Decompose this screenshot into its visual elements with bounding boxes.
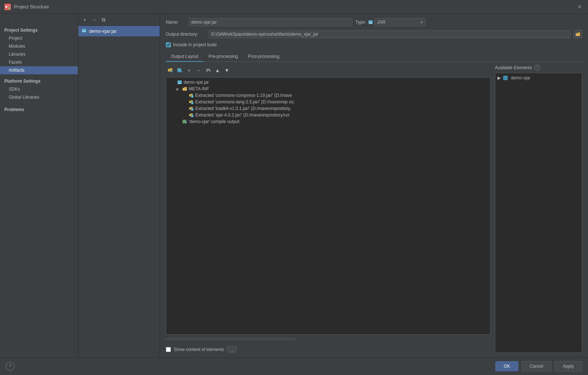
sidebar-item-artifacts[interactable]: Artifacts <box>0 66 78 74</box>
folder-icon-meta <box>182 87 187 91</box>
show-content-label: Show content of elements <box>174 347 224 352</box>
svg-text:JAR: JAR <box>369 22 373 24</box>
tree-up-btn[interactable]: ▲ <box>213 66 222 75</box>
svg-rect-7 <box>368 20 373 22</box>
ellipsis-button[interactable]: ... <box>227 346 237 353</box>
type-wrapper: Type: JAR JAR WAR EAR Other <box>355 18 425 26</box>
nav-back-button[interactable]: ‹ <box>3 17 8 25</box>
tree-sort-btn[interactable] <box>204 66 212 75</box>
apply-button[interactable]: Apply <box>555 361 582 371</box>
available-item-demo-xjar[interactable]: ▶ demo-xjar <box>495 75 582 81</box>
output-dir-label: Output directory: <box>166 32 206 37</box>
help-button[interactable]: ? <box>6 362 15 371</box>
extracted-icon-4: J <box>189 112 194 118</box>
output-layout-area: + − ▲ ▼ <box>166 65 582 353</box>
svg-rect-33 <box>185 121 187 123</box>
module-icon <box>503 75 508 80</box>
tree-item-compile-output[interactable]: 'demo-xjar' compile output <box>166 118 490 125</box>
tree-item-jar-root-label: demo-xjar.jar <box>184 80 209 85</box>
tree-item-meta-inf[interactable]: ▶ META-INF <box>166 86 490 92</box>
app-icon <box>4 4 11 10</box>
sidebar-item-project[interactable]: Project <box>0 34 78 42</box>
extracted-icon-3: J <box>189 106 194 111</box>
svg-text:J: J <box>192 102 192 104</box>
footer-right: OK Cancel Apply <box>495 361 582 371</box>
artifact-item-label: demo-xjar:jar <box>89 28 117 34</box>
tree-down-btn[interactable]: ▼ <box>223 66 231 75</box>
tab-output-layout[interactable]: Output Layout <box>166 52 203 62</box>
sidebar-item-sdks[interactable]: SDKs <box>0 85 78 93</box>
artifact-item-demo-xjar-jar[interactable]: JAR demo-xjar:jar <box>78 26 160 36</box>
sidebar-item-problems[interactable]: Problems <box>0 106 78 114</box>
sidebar-item-modules[interactable]: Modules <box>0 42 78 50</box>
tree-item-commons-lang[interactable]: J Extracted 'commons-lang-2.5.jar/' (D:/… <box>166 99 490 105</box>
svg-text:J: J <box>192 96 192 98</box>
tree-item-meta-inf-label: META-INF <box>189 86 209 91</box>
tree-item-compile-output-label: 'demo-xjar' compile output <box>189 119 239 124</box>
type-select[interactable]: JAR WAR EAR Other <box>375 18 425 26</box>
tree-item-loadkit-label: Extracted 'loadkit-v1.0.1.jar/' (D:/mave… <box>195 106 291 111</box>
artifact-list: JAR demo-xjar:jar <box>78 26 160 357</box>
tab-preprocessing[interactable]: Pre-processing <box>203 52 243 62</box>
available-elements-tree[interactable]: ▶ demo-xjar <box>495 73 582 353</box>
close-button[interactable]: ✕ <box>575 3 584 11</box>
sidebar-item-global-libraries[interactable]: Global Libraries <box>0 93 78 101</box>
nav-buttons: ‹ › <box>0 15 78 26</box>
tree-item-jar-root[interactable]: JAR demo-xjar.jar <box>166 79 490 86</box>
sidebar-item-libraries[interactable]: Libraries <box>0 50 78 58</box>
footer-left: ? <box>6 362 15 371</box>
compile-output-icon <box>182 119 187 124</box>
artifact-list-panel: + − ⧉ JAR demo-xjar:jar <box>78 14 160 357</box>
tree-item-xjar-label: Extracted 'xjar-4.0.2.jar/' (D:/mavenrep… <box>195 112 290 118</box>
tree-item-xjar[interactable]: J Extracted 'xjar-4.0.2.jar/' (D:/mavenr… <box>166 112 490 118</box>
tree-scrollbar[interactable] <box>166 335 491 343</box>
name-label: Name: <box>166 20 186 25</box>
show-content-checkbox[interactable] <box>166 347 171 352</box>
svg-text:JAR: JAR <box>82 30 86 32</box>
tree-item-commons-lang-label: Extracted 'commons-lang-2.5.jar/' (D:/ma… <box>195 99 295 104</box>
name-input[interactable] <box>189 18 352 26</box>
output-tree[interactable]: JAR demo-xjar.jar ▶ META- <box>166 77 491 335</box>
tree-add-element-btn[interactable]: + <box>185 66 193 75</box>
output-dir-input[interactable] <box>209 30 571 38</box>
cancel-button[interactable]: Cancel <box>521 361 552 371</box>
svg-rect-13 <box>177 68 181 70</box>
tree-item-commons-compress[interactable]: J Extracted 'commons-compress-1.19.jar/'… <box>166 92 490 99</box>
sidebar-project-settings-header: Project Settings <box>0 26 78 34</box>
available-expand-arrow: ▶ <box>497 75 501 80</box>
ok-button[interactable]: OK <box>495 361 518 371</box>
available-elements-help[interactable]: ? <box>534 65 540 71</box>
browse-button[interactable] <box>573 30 582 39</box>
tree-add-jar-btn[interactable] <box>175 66 184 75</box>
tree-item-loadkit[interactable]: J Extracted 'loadkit-v1.0.1.jar/' (D:/ma… <box>166 105 490 112</box>
svg-rect-36 <box>505 77 506 79</box>
sidebar-item-facets[interactable]: Facets <box>0 58 78 66</box>
jar-type-icon: JAR <box>368 20 373 25</box>
type-select-container: JAR JAR WAR EAR Other ▼ <box>368 18 425 26</box>
tabs-bar: Output Layout Pre-processing Post-proces… <box>166 52 582 62</box>
svg-text:J: J <box>192 109 192 111</box>
available-elements-title: Available Elements <box>495 65 532 70</box>
expand-arrow-meta: ▶ <box>176 87 181 91</box>
include-in-build-label: Include in project build <box>173 42 216 47</box>
include-in-build-checkbox[interactable] <box>166 42 171 47</box>
tab-postprocessing[interactable]: Post-processing <box>243 52 284 62</box>
project-structure-dialog: Project Structure ✕ ‹ › Project Settings… <box>0 0 588 375</box>
nav-forward-button[interactable]: › <box>9 17 14 25</box>
artifact-list-toolbar: + − ⧉ <box>78 14 160 26</box>
folder-browse-icon <box>575 32 580 36</box>
sidebar: ‹ › Project Settings Project Modules Lib… <box>0 14 78 357</box>
right-panel: Name: Type: JAR JAR WAR EAR <box>160 14 588 357</box>
tree-add-folder-btn[interactable] <box>166 66 175 75</box>
jar-file-icon: JAR <box>177 80 182 85</box>
tree-remove-btn[interactable]: − <box>194 66 203 75</box>
add-artifact-button[interactable]: + <box>80 15 89 24</box>
svg-text:JAR: JAR <box>178 82 181 84</box>
type-label: Type: <box>355 20 366 25</box>
svg-rect-1 <box>8 5 10 7</box>
bottom-options-row: Show content of elements ... <box>166 343 491 353</box>
copy-artifact-button[interactable]: ⧉ <box>99 15 108 24</box>
tree-item-commons-compress-label: Extracted 'commons-compress-1.19.jar/' (… <box>195 93 292 98</box>
remove-artifact-button[interactable]: − <box>90 15 99 24</box>
extracted-icon-1: J <box>189 93 194 98</box>
